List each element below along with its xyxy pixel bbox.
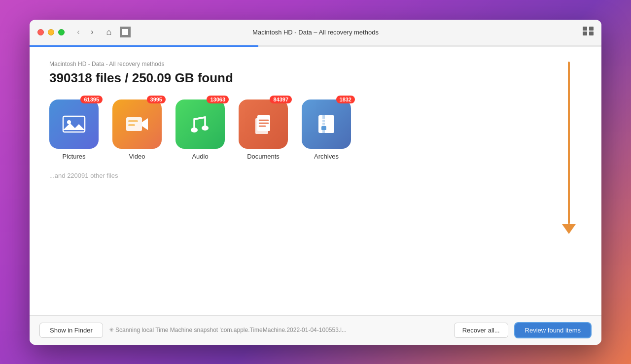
audio-badge: 13063 <box>207 96 229 103</box>
category-archives[interactable]: 1832 Archives <box>302 99 351 160</box>
svg-rect-1 <box>583 27 587 31</box>
footer: Show in Finder ✳ Scanning local Time Mac… <box>30 315 601 345</box>
categories-list: 61395 Pictures 3995 <box>49 99 582 160</box>
show-in-finder-button[interactable]: Show in Finder <box>39 323 103 338</box>
forward-button[interactable]: › <box>86 26 98 38</box>
svg-marker-8 <box>142 118 148 130</box>
pictures-label: Pictures <box>63 153 86 160</box>
close-button[interactable] <box>37 29 44 35</box>
archives-icon-box: 1832 <box>302 99 351 149</box>
title-bar: ‹ › ⌂ Macintosh HD - Data – All recovery… <box>30 20 601 45</box>
scanning-status-text: ✳ Scanning local Time Machine snapshot '… <box>109 327 448 333</box>
other-files-text: ...and 220091 other files <box>49 172 582 179</box>
stop-button[interactable] <box>120 27 131 37</box>
svg-rect-19 <box>318 115 334 133</box>
documents-label: Documents <box>247 153 280 160</box>
svg-rect-2 <box>589 27 594 31</box>
svg-rect-3 <box>583 32 587 35</box>
documents-badge: 84397 <box>270 96 292 103</box>
main-heading: 390318 files / 250.09 GB found <box>49 70 582 86</box>
nav-buttons: ‹ › <box>72 26 98 38</box>
recover-all-button[interactable]: Recover all... <box>454 323 508 338</box>
category-video[interactable]: 3995 Video <box>112 99 162 160</box>
pictures-icon-box: 61395 <box>49 99 99 149</box>
documents-icon-box: 84397 <box>239 99 288 149</box>
home-button[interactable]: ⌂ <box>102 25 116 39</box>
category-audio[interactable]: 13063 Audio <box>175 99 225 160</box>
back-button[interactable]: ‹ <box>72 26 84 38</box>
svg-rect-4 <box>589 32 594 35</box>
main-window: ‹ › ⌂ Macintosh HD - Data – All recovery… <box>30 20 601 345</box>
video-icon-box: 3995 <box>112 99 162 149</box>
svg-line-13 <box>194 117 205 119</box>
svg-rect-9 <box>128 120 138 122</box>
category-documents[interactable]: 84397 Documents <box>239 99 288 160</box>
breadcrumb: Macintosh HD - Data - All recovery metho… <box>49 61 582 67</box>
archives-label: Archives <box>314 153 339 160</box>
review-found-items-button[interactable]: Review found items <box>514 322 592 338</box>
minimize-button[interactable] <box>48 29 54 35</box>
svg-rect-0 <box>122 29 128 35</box>
audio-label: Audio <box>192 153 208 160</box>
pictures-badge: 61395 <box>80 96 103 103</box>
window-title: Macintosh HD - Data – All recovery metho… <box>252 29 379 36</box>
maximize-button[interactable] <box>58 29 65 35</box>
video-label: Video <box>129 153 145 160</box>
category-pictures[interactable]: 61395 Pictures <box>49 99 99 160</box>
grid-view-button[interactable] <box>583 27 594 38</box>
video-badge: 3995 <box>147 96 166 103</box>
archives-badge: 1832 <box>336 96 355 103</box>
svg-rect-24 <box>321 126 326 130</box>
audio-icon-box: 13063 <box>175 99 225 149</box>
svg-rect-20 <box>322 115 325 133</box>
svg-rect-10 <box>128 124 135 126</box>
traffic-lights <box>37 29 65 35</box>
content-area: Macintosh HD - Data - All recovery metho… <box>30 47 601 315</box>
